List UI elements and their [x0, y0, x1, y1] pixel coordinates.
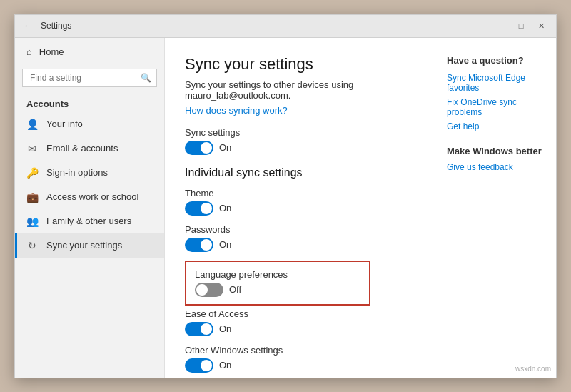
individual-sync-title: Individual sync settings — [185, 166, 415, 179]
onedrive-sync-link[interactable]: Fix OneDrive sync problems — [447, 97, 545, 117]
sidebar-item-sign-in[interactable]: 🔑 Sign-in options — [15, 161, 164, 185]
passwords-state: On — [219, 239, 231, 250]
sync-description: Sync your settings to other devices usin… — [185, 79, 415, 101]
window-controls: ─ □ ✕ — [492, 19, 550, 33]
briefcase-icon: 💼 — [26, 191, 38, 203]
page-title: Sync your settings — [185, 55, 415, 74]
theme-label: Theme — [185, 188, 415, 198]
ease-of-access-state: On — [219, 323, 231, 334]
sidebar-item-sync-settings[interactable]: ↻ Sync your settings — [15, 233, 164, 258]
sidebar-item-home[interactable]: ⌂ Home — [15, 38, 164, 66]
language-toggle[interactable] — [195, 283, 223, 297]
other-windows-toggle[interactable] — [185, 358, 213, 373]
edge-favorites-link[interactable]: Sync Microsoft Edge favorites — [447, 73, 545, 93]
titlebar: ← Settings ─ □ ✕ — [15, 15, 556, 38]
content-area: ⌂ Home 🔍 Accounts 👤 Your info ✉ Email & … — [15, 38, 556, 378]
make-windows-better-section: Make Windows better Give us feedback — [447, 146, 545, 172]
language-highlighted-box: Language preferences Off — [185, 261, 370, 306]
passwords-toggle-knob — [201, 239, 212, 251]
main-content: Sync your settings Sync your settings to… — [165, 38, 435, 378]
other-windows-toggle-knob — [201, 360, 212, 371]
theme-toggle-row: On — [185, 201, 415, 216]
sidebar-item-email-accounts[interactable]: ✉ Email & accounts — [15, 136, 164, 161]
other-windows-setting-group: Other Windows settings On — [185, 345, 415, 373]
close-button[interactable]: ✕ — [532, 19, 550, 33]
get-help-link[interactable]: Get help — [447, 121, 545, 131]
people-icon: 👥 — [26, 216, 38, 227]
sync-settings-label: Sync settings — [185, 127, 415, 138]
search-container: 🔍 — [22, 69, 157, 87]
right-panel-title: Have a question? — [447, 55, 545, 66]
theme-state: On — [219, 203, 231, 213]
sidebar-section-title: Accounts — [15, 93, 164, 112]
passwords-label: Passwords — [185, 224, 415, 235]
make-windows-better-title: Make Windows better — [447, 146, 545, 156]
passwords-toggle[interactable] — [185, 238, 213, 252]
sync-settings-toggle-row: On — [185, 141, 415, 155]
ease-of-access-toggle-knob — [201, 323, 212, 335]
window-title: Settings — [41, 21, 71, 31]
language-toggle-row: Off — [195, 283, 360, 297]
theme-toggle-knob — [201, 203, 212, 214]
key-icon: 🔑 — [26, 167, 38, 179]
ease-of-access-setting-group: Ease of Access On — [185, 308, 415, 336]
search-icon: 🔍 — [141, 73, 151, 83]
theme-toggle[interactable] — [185, 201, 213, 216]
user-icon: 👤 — [26, 119, 38, 130]
sidebar-item-family-users[interactable]: 👥 Family & other users — [15, 209, 164, 233]
give-us-feedback-link[interactable]: Give us feedback — [447, 162, 545, 172]
sync-settings-group: Sync settings On — [185, 127, 415, 155]
sidebar-item-your-info[interactable]: 👤 Your info — [15, 112, 164, 136]
sync-icon: ↻ — [26, 240, 38, 251]
how-does-syncing-link[interactable]: How does syncing work? — [185, 105, 288, 116]
other-windows-toggle-row: On — [185, 358, 415, 373]
ease-of-access-toggle[interactable] — [185, 322, 213, 336]
other-windows-state: On — [219, 360, 231, 371]
passwords-toggle-row: On — [185, 238, 415, 252]
titlebar-left: ← Settings — [21, 19, 71, 33]
sync-settings-state: On — [219, 142, 231, 153]
language-label: Language preferences — [195, 269, 360, 280]
minimize-button[interactable]: ─ — [492, 19, 510, 33]
watermark: wsxdn.com — [515, 365, 551, 373]
maximize-button[interactable]: □ — [512, 19, 530, 33]
passwords-setting-group: Passwords On — [185, 224, 415, 252]
language-state: Off — [229, 284, 241, 295]
right-panel: Have a question? Sync Microsoft Edge fav… — [435, 38, 556, 378]
ease-of-access-toggle-row: On — [185, 322, 415, 336]
sidebar-item-work-school[interactable]: 💼 Access work or school — [15, 185, 164, 209]
ease-of-access-label: Ease of Access — [185, 308, 415, 319]
language-toggle-knob — [196, 284, 208, 296]
theme-setting-group: Theme On — [185, 188, 415, 216]
email-icon: ✉ — [26, 143, 38, 154]
sync-settings-toggle[interactable] — [185, 141, 213, 155]
toggle-knob — [201, 142, 212, 154]
other-windows-label: Other Windows settings — [185, 345, 415, 356]
back-button[interactable]: ← — [21, 19, 35, 33]
search-input[interactable] — [22, 69, 157, 87]
home-icon: ⌂ — [26, 46, 32, 57]
sidebar: ⌂ Home 🔍 Accounts 👤 Your info ✉ Email & … — [15, 38, 165, 378]
